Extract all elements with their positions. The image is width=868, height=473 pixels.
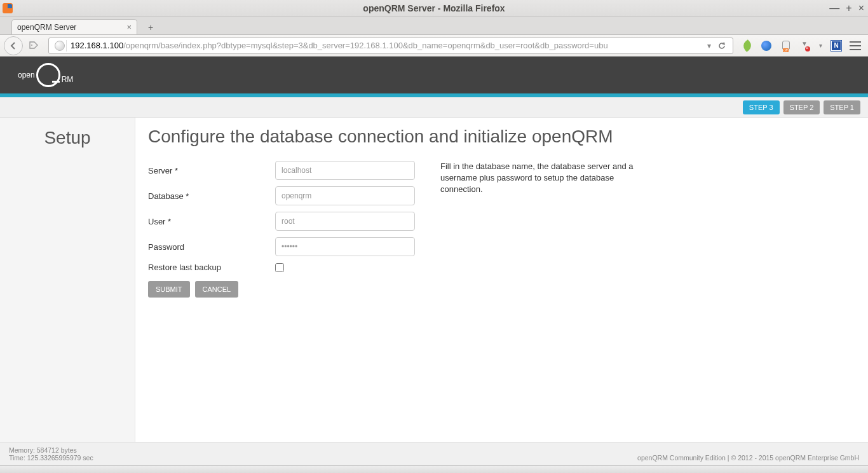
- password-label: Password: [148, 242, 275, 252]
- url-host: 192.168.1.100: [71, 41, 123, 50]
- db-form: Server * Database * User * Password: [148, 161, 415, 298]
- identity-icon[interactable]: [53, 40, 67, 51]
- noscript-addon-icon[interactable]: N: [830, 39, 843, 52]
- reload-icon: [717, 41, 726, 50]
- footer-memory: Memory: 584712 bytes: [9, 446, 93, 454]
- user-input[interactable]: [275, 212, 415, 231]
- page-content: open RM STEP 3 STEP 2 STEP 1 Setup Confi…: [0, 57, 868, 465]
- restore-checkbox[interactable]: [275, 263, 284, 272]
- database-label: Database *: [148, 191, 275, 201]
- step-3-button[interactable]: STEP 3: [743, 100, 780, 114]
- submit-button[interactable]: SUBMIT: [148, 281, 190, 298]
- logo-text-right: RM: [62, 75, 74, 84]
- openqrm-logo: open RM: [18, 62, 73, 88]
- database-input[interactable]: [275, 186, 415, 205]
- sidebar: Setup: [0, 118, 135, 442]
- status-bar: [0, 465, 868, 473]
- page-body: Configure the database connection and in…: [135, 118, 868, 442]
- footer-stats: Memory: 584712 bytes Time: 125.332659959…: [9, 446, 93, 462]
- tag-icon: [29, 41, 39, 51]
- user-label: User *: [148, 217, 275, 226]
- earth-addon-icon[interactable]: [760, 39, 773, 52]
- password-input[interactable]: [275, 237, 415, 256]
- footer: Memory: 584712 bytes Time: 125.332659959…: [0, 442, 868, 465]
- back-button[interactable]: [4, 36, 23, 55]
- window-maximize-button[interactable]: +: [846, 3, 851, 13]
- url-path: /openqrm/base/index.php?dbtype=mysql&ste…: [123, 41, 608, 50]
- window-titlebar: openQRM Server - Mozilla Firefox — + ×: [0, 0, 868, 17]
- help-text: Fill in the database name, the database …: [440, 161, 644, 298]
- logo-text-left: open: [18, 71, 35, 79]
- footer-copyright: openQRM Community Edition | © 2012 - 201…: [637, 454, 859, 462]
- tab-close-icon[interactable]: ×: [126, 22, 132, 32]
- window-controls: — + ×: [829, 0, 864, 16]
- app-header: open RM: [0, 57, 868, 97]
- step-2-button[interactable]: STEP 2: [783, 100, 820, 114]
- server-input[interactable]: [275, 161, 415, 180]
- history-dropdown-button[interactable]: ▾: [707, 41, 711, 50]
- reload-button[interactable]: [715, 39, 729, 53]
- server-label: Server *: [148, 166, 275, 175]
- tab-openqrm[interactable]: openQRM Server ×: [11, 19, 137, 34]
- hamburger-icon: [850, 41, 861, 50]
- firefox-icon: [3, 3, 13, 13]
- new-tab-button[interactable]: +: [142, 20, 159, 34]
- globe-icon: [55, 41, 65, 51]
- url-text: 192.168.1.100/openqrm/base/index.php?dbt…: [71, 41, 703, 50]
- main-area: Setup Configure the database connection …: [0, 118, 868, 442]
- toolbar-dropdown-icon[interactable]: ▾: [817, 39, 824, 52]
- window-minimize-button[interactable]: —: [829, 3, 839, 13]
- window-title: openQRM Server - Mozilla Firefox: [363, 3, 505, 13]
- page-info-button[interactable]: [24, 38, 43, 54]
- window-close-button[interactable]: ×: [858, 3, 864, 13]
- step-bar: STEP 3 STEP 2 STEP 1: [0, 97, 868, 118]
- menu-button[interactable]: [849, 39, 862, 52]
- address-bar[interactable]: 192.168.1.100/openqrm/base/index.php?dbt…: [48, 38, 733, 54]
- toolbar-icons: off ▾ N: [738, 39, 864, 52]
- page-title: Configure the database connection and in…: [148, 127, 855, 147]
- step-1-button[interactable]: STEP 1: [824, 100, 860, 114]
- navigation-toolbar: 192.168.1.100/openqrm/base/index.php?dbt…: [0, 35, 868, 57]
- tab-strip: openQRM Server × +: [0, 17, 868, 35]
- download-addon-icon[interactable]: [798, 39, 811, 52]
- quill-addon-icon[interactable]: [741, 39, 754, 52]
- tab-title: openQRM Server: [17, 23, 126, 32]
- logo-o-icon: [36, 63, 60, 87]
- back-icon: [9, 41, 18, 50]
- svg-point-0: [31, 45, 32, 46]
- footer-time: Time: 125.33265995979 sec: [9, 454, 93, 462]
- restore-label: Restore last backup: [148, 263, 275, 272]
- ghostery-addon-icon[interactable]: off: [779, 39, 792, 52]
- cancel-button[interactable]: CANCEL: [195, 281, 239, 298]
- sidebar-heading: Setup: [0, 128, 135, 148]
